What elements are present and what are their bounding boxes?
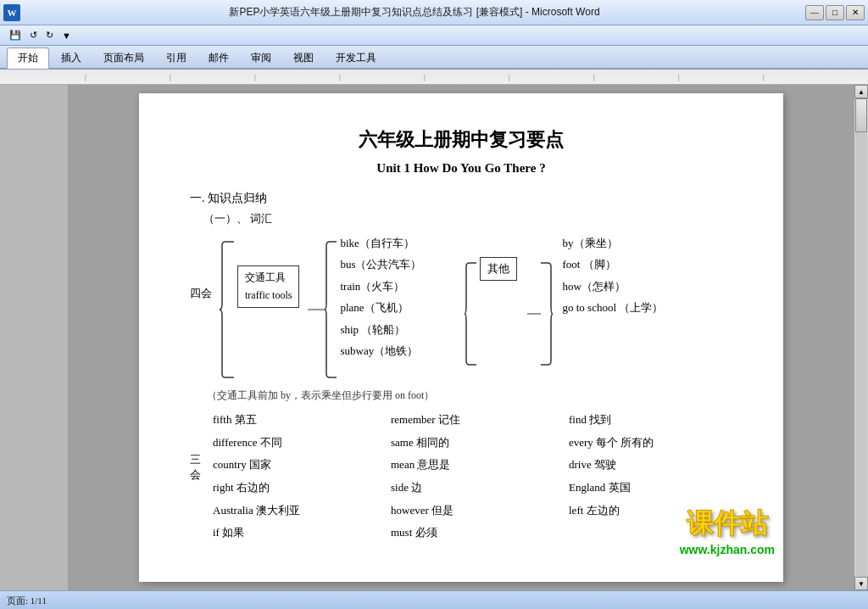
window-title: 新PEP小学英语六年级上册期中复习知识点总结及练习 [兼容模式] - Micro… xyxy=(24,5,805,20)
vocab-subway: subway（地铁） xyxy=(340,341,421,360)
items-brace xyxy=(325,237,338,382)
vocab-foot: foot （脚） xyxy=(563,254,664,274)
tab-reference[interactable]: 引用 xyxy=(156,48,197,68)
subway-note: （交通工具前加 by，表示乘坐但步行要用 on foot） xyxy=(207,388,732,403)
quick-dropdown[interactable]: ▼ xyxy=(59,30,74,42)
undo-button[interactable]: ↺ xyxy=(27,29,40,42)
ruler: | | | | | | | | | xyxy=(0,70,868,85)
scroll-thumb[interactable] xyxy=(855,98,867,132)
sanhui-same: same 相同的 xyxy=(391,433,560,454)
main-area: 六年级上册期中复习要点 Unit 1 How Do You Go There ?… xyxy=(0,85,868,590)
vocab-bike: bike（自行车） xyxy=(340,233,421,253)
connector-arrow xyxy=(308,237,325,382)
watermark: 课件站 www.kjzhan.com xyxy=(680,506,775,556)
sanhui-australia: Australia 澳大利亚 xyxy=(213,500,382,522)
redo-button[interactable]: ↻ xyxy=(43,29,56,42)
sihui-brace xyxy=(219,237,236,382)
ribbon-tabs: 开始 插入 页面布局 引用 邮件 审阅 视图 开发工具 xyxy=(0,46,868,68)
sanhui-fifth: fifth 第五 xyxy=(213,410,382,431)
tab-developer[interactable]: 开发工具 xyxy=(326,48,387,68)
sanhui-england: England 英国 xyxy=(569,478,738,499)
section1-header: 一. 知识点归纳 xyxy=(190,191,732,206)
traffic-tools-box: 交通工具 traffic tools xyxy=(237,265,299,308)
sanhui-right: right 右边的 xyxy=(213,478,382,499)
scroll-up-button[interactable]: ▲ xyxy=(854,85,868,98)
quick-access-toolbar: 💾 ↺ ↻ ▼ xyxy=(0,25,868,46)
qita-right-brace xyxy=(541,259,553,369)
left-margin xyxy=(0,85,68,590)
watermark-bottom: www.kjzhan.com xyxy=(680,543,775,556)
title-bar: W 新PEP小学英语六年级上册期中复习知识点总结及练习 [兼容模式] - Mic… xyxy=(0,0,868,25)
minimize-button[interactable]: — xyxy=(805,5,824,20)
save-quick-button[interactable]: 💾 xyxy=(7,29,24,42)
sanhui-mean: mean 意思是 xyxy=(391,455,560,476)
vocab-area: 四会 交通工具 traffic tools bike（自行车） bus（公共 xyxy=(190,233,732,382)
vocab-bus: bus（公共汽车） xyxy=(340,254,421,274)
sanhui-area: 三会 fifth 第五 remember 记住 find 找到 differen… xyxy=(190,410,732,579)
tab-start[interactable]: 开始 xyxy=(7,47,49,69)
page-number: 页面: 1/11 xyxy=(7,595,47,607)
document-subtitle: Unit 1 How Do You Go There ? xyxy=(190,161,732,176)
sanhui-remember: remember 记住 xyxy=(391,410,560,431)
tab-view[interactable]: 视图 xyxy=(283,48,324,68)
sanhui-drive: drive 驾驶 xyxy=(569,455,738,476)
vocab-ship: ship （轮船） xyxy=(340,320,421,339)
sanhui-find: find 找到 xyxy=(569,410,738,431)
scroll-down-button[interactable]: ▼ xyxy=(854,577,868,590)
sanhui-country: country 国家 xyxy=(213,455,382,476)
vocab-train: train（火车） xyxy=(340,277,421,296)
sanhui-side: side 边 xyxy=(391,478,560,499)
document-page[interactable]: 六年级上册期中复习要点 Unit 1 How Do You Go There ?… xyxy=(139,93,783,582)
sihui-vocab-list: bike（自行车） bus（公共汽车） train（火车） plane（飞机） … xyxy=(340,233,421,360)
sanhui-difference: difference 不同 xyxy=(213,433,382,454)
sanhui-every: every 每个 所有的 xyxy=(569,433,738,454)
qita-connector xyxy=(527,259,541,369)
tab-mail[interactable]: 邮件 xyxy=(198,48,239,68)
status-bar: 页面: 1/11 xyxy=(0,590,868,609)
qita-brace-left xyxy=(465,259,478,369)
watermark-top: 课件站 xyxy=(680,506,775,543)
sanhui-must: must 必须 xyxy=(391,522,560,544)
window-controls[interactable]: — □ ✕ xyxy=(805,5,865,20)
close-button[interactable]: ✕ xyxy=(846,5,865,20)
qita-area: 其他 by（乘坐） foot （脚） how（怎样） go to school … xyxy=(465,233,664,369)
tab-page-layout[interactable]: 页面布局 xyxy=(93,48,154,68)
sanhui-however: however 但是 xyxy=(391,500,560,522)
vocab-plane: plane（飞机） xyxy=(340,298,421,317)
tab-insert[interactable]: 插入 xyxy=(51,48,92,68)
vocab-how: how（怎样） xyxy=(563,277,664,296)
ribbon: 开始 插入 页面布局 引用 邮件 审阅 视图 开发工具 xyxy=(0,46,868,70)
qita-vocab-list: by（乘坐） foot （脚） how（怎样） go to school （上学… xyxy=(563,233,664,318)
qita-box: 其他 xyxy=(480,257,517,281)
subsection1-header: （一）、 词汇 xyxy=(203,211,732,226)
document-title: 六年级上册期中复习要点 xyxy=(190,127,732,153)
vocab-gotosschool: go to school （上学） xyxy=(563,298,664,317)
sanhui-grid: fifth 第五 remember 记住 find 找到 difference … xyxy=(213,410,738,544)
scrollbar[interactable]: ▲ ▼ xyxy=(854,85,868,590)
sanhui-if: if 如果 xyxy=(213,522,382,544)
sihui-label: 四会 xyxy=(190,286,212,301)
vocab-by: by（乘坐） xyxy=(563,233,664,253)
maximize-button[interactable]: □ xyxy=(826,5,844,20)
tab-review[interactable]: 审阅 xyxy=(241,48,281,68)
scroll-track[interactable] xyxy=(855,98,867,577)
word-icon: W xyxy=(3,4,20,21)
sanhui-label: 三会 xyxy=(190,452,201,483)
